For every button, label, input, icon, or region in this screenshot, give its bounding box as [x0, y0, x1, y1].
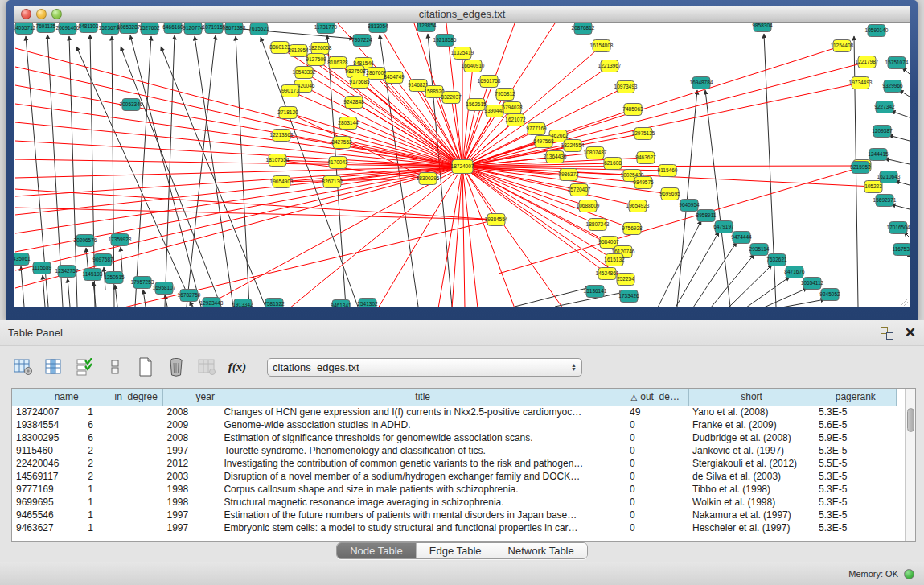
table-cell[interactable]: 19384554	[12, 418, 84, 431]
vertical-scrollbar[interactable]	[905, 389, 915, 541]
column-header-year[interactable]: year	[162, 389, 220, 406]
table-cell[interactable]: 2	[84, 470, 162, 483]
table-row[interactable]: 1938455462009Genome-wide association stu…	[12, 418, 897, 431]
table-cell[interactable]: 5.3E-5	[815, 483, 896, 496]
import-table-icon[interactable]	[195, 355, 219, 379]
tab-node-table[interactable]: Node Table	[337, 543, 417, 558]
tab-edge-table[interactable]: Edge Table	[417, 543, 495, 558]
table-cell[interactable]: 1	[84, 509, 162, 521]
table-cell[interactable]: Genome-wide association studies in ADHD.	[220, 418, 626, 431]
table-cell[interactable]: 18300295	[12, 431, 84, 444]
table-cell[interactable]: 1998	[162, 496, 220, 509]
table-cell[interactable]: 9699695	[12, 496, 84, 509]
table-cell[interactable]: 9777169	[12, 483, 84, 496]
table-row[interactable]: 1456911722003Disruption of a novel membe…	[12, 470, 897, 483]
table-cell[interactable]: 2003	[162, 470, 220, 483]
table-cell[interactable]: 1997	[162, 509, 220, 521]
table-cell-icon[interactable]	[103, 355, 127, 379]
table-cell[interactable]: 5.3E-5	[815, 509, 896, 521]
close-window-icon[interactable]	[21, 9, 31, 19]
window-titlebar[interactable]: citations_edges.txt	[14, 6, 910, 23]
table-cell[interactable]: 49	[626, 406, 688, 418]
row-select-icon[interactable]	[72, 355, 97, 379]
table-settings-icon[interactable]	[11, 355, 35, 379]
table-cell[interactable]: 0	[626, 444, 688, 457]
table-cell[interactable]: 2008	[162, 431, 220, 444]
table-cell[interactable]: 0	[626, 496, 688, 509]
table-cell[interactable]: Disruption of a novel member of a sodium…	[220, 470, 626, 483]
table-cell[interactable]: 1	[84, 406, 162, 418]
table-cell[interactable]: Nakamura et al. (1997)	[688, 509, 815, 521]
table-cell[interactable]: Structural magnetic resonance image aver…	[220, 496, 626, 509]
table-cell[interactable]: Changes of HCN gene expression and I(f) …	[220, 406, 626, 418]
table-cell[interactable]: 0	[626, 509, 688, 521]
table-cell[interactable]: Wolkin et al. (1998)	[688, 496, 815, 509]
table-cell[interactable]: 9463627	[12, 521, 84, 534]
table-cell[interactable]: 5.6E-5	[815, 418, 896, 431]
table-cell[interactable]: Yano et al. (2008)	[688, 406, 815, 418]
table-cell[interactable]: 5.3E-5	[815, 521, 896, 534]
table-cell[interactable]: 1	[84, 496, 162, 509]
table-cell[interactable]: 2009	[162, 418, 220, 431]
table-row[interactable]: 969969511998Structural magnetic resonanc…	[12, 496, 897, 509]
table-row[interactable]: 977716911998Corpus callosum shape and si…	[12, 483, 897, 496]
table-row[interactable]: 946554611997Estimation of the future num…	[12, 509, 897, 521]
table-row[interactable]: 2242004622012Investigating the contribut…	[12, 457, 897, 470]
table-cell[interactable]: 5.9E-5	[815, 431, 896, 444]
resize-grip-icon[interactable]	[898, 296, 908, 306]
column-header-name[interactable]: name	[12, 389, 84, 406]
table-cell[interactable]: 0	[626, 418, 688, 431]
table-row[interactable]: 911546021997Tourette syndrome. Phenomeno…	[12, 444, 897, 457]
column-header-title[interactable]: title	[220, 389, 626, 406]
network-canvas[interactable]: 1872400788601238912954182260589127509105…	[14, 23, 910, 307]
table-cell[interactable]: Dudbridge et al. (2008)	[688, 431, 815, 444]
table-cell[interactable]: Stergiakouli et al. (2012)	[688, 457, 815, 470]
table-cell[interactable]: de Silva et al. (2003)	[688, 470, 815, 483]
memory-status-icon[interactable]	[904, 569, 914, 579]
function-builder-icon[interactable]: f(x)	[225, 355, 249, 379]
zoom-window-icon[interactable]	[51, 9, 62, 19]
table-cell[interactable]: 2012	[162, 457, 220, 470]
table-cell[interactable]: Franke et al. (2009)	[688, 418, 815, 431]
network-canvas-area[interactable]: 1872400788601238912954182260589127509105…	[14, 23, 910, 307]
table-cell[interactable]: Jankovic et al. (1997)	[688, 444, 815, 457]
table-cell[interactable]: 5.5E-5	[815, 457, 896, 470]
table-cell[interactable]: 22420046	[12, 457, 84, 470]
scrollbar-thumb[interactable]	[907, 408, 914, 432]
column-header-in_degree[interactable]: in_degree	[84, 389, 162, 406]
table-cell[interactable]: Corpus callosum shape and size in male p…	[220, 483, 626, 496]
table-cell[interactable]: 5.3E-5	[815, 406, 896, 418]
table-row[interactable]: 1830029562008Estimation of significance …	[12, 431, 897, 444]
table-cell[interactable]: Embryonic stem cells: a model to study s…	[220, 521, 626, 534]
tab-network-table[interactable]: Network Table	[495, 543, 587, 558]
table-cell[interactable]: Investigating the contribution of common…	[220, 457, 626, 470]
table-cell[interactable]: 6	[84, 418, 162, 431]
table-cell[interactable]: 0	[626, 483, 688, 496]
table-cell[interactable]: 9115460	[12, 444, 84, 457]
table-cell[interactable]: 0	[626, 457, 688, 470]
column-header-pagerank[interactable]: pagerank	[815, 389, 896, 406]
table-cell[interactable]: 9465546	[12, 509, 84, 521]
table-cell[interactable]: 1	[84, 521, 162, 534]
table-cell[interactable]: 2	[84, 457, 162, 470]
table-cell[interactable]: 1998	[162, 483, 220, 496]
table-cell[interactable]: 0	[626, 431, 688, 444]
table-cell[interactable]: 18724007	[12, 406, 84, 418]
table-cell[interactable]: 6	[84, 431, 162, 444]
table-cell[interactable]: 0	[626, 470, 688, 483]
table-cell[interactable]: 0	[626, 521, 688, 534]
table-cell[interactable]: Hescheler et al. (1997)	[688, 521, 815, 534]
table-cell[interactable]: 14569117	[12, 470, 84, 483]
table-cell[interactable]: Tibbo et al. (1998)	[688, 483, 815, 496]
table-cell[interactable]: Estimation of the future numbers of pati…	[220, 509, 626, 521]
float-panel-icon[interactable]	[881, 327, 893, 340]
table-cell[interactable]: 5.3E-5	[815, 496, 896, 509]
table-row[interactable]: 946362711997Embryonic stem cells: a mode…	[12, 521, 897, 534]
table-cell[interactable]: 1997	[162, 444, 220, 457]
column-header-out_de[interactable]: △out_de…	[626, 389, 688, 406]
select-column-icon[interactable]	[42, 355, 66, 379]
table-cell[interactable]: 2008	[162, 406, 220, 418]
table-selector-dropdown[interactable]: citations_edges.txt ▲▼	[267, 358, 582, 377]
delete-table-icon[interactable]	[164, 355, 188, 379]
table-cell[interactable]: Tourette syndrome. Phenomenology and cla…	[220, 444, 626, 457]
